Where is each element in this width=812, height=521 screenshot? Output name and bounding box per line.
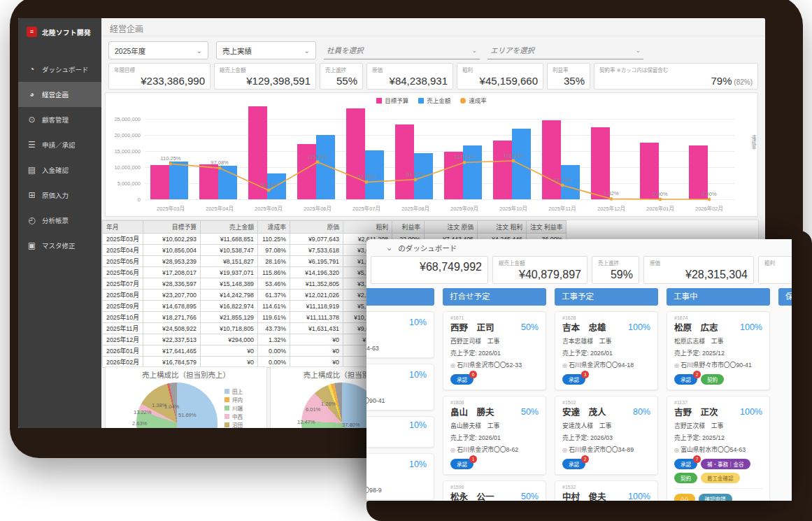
sidebar-item-分析帳票[interactable]: ◴分析帳票 [18, 208, 101, 233]
status-badge-承認[interactable]: 承認7 [674, 459, 697, 469]
status-badge-契約[interactable]: 契約 [674, 473, 697, 483]
pie-legend-item: 坪内 [225, 395, 243, 404]
table-cell: 2025年07月 [103, 278, 143, 290]
filter-select-0[interactable]: 2025年度⌄ [108, 41, 208, 59]
filter-select-2[interactable]: 社員を選択⌄ [324, 41, 480, 59]
pie-chart-sales-by-rep: 売上構成比（担当別売上）51.69%13.22%2.63%1.38%1.04%田… [105, 366, 267, 428]
pie-slice-label: 37.80% [342, 422, 359, 428]
overlay-kpi-card-0: ¥68,749,992 [371, 256, 488, 284]
card-id: #1808 [450, 400, 539, 405]
table-cell: ¥15,148,389 [201, 278, 258, 290]
svg-text:61.37%: 61.37% [406, 171, 425, 178]
table-cell: ¥16,822,974 [201, 301, 258, 312]
card-line: 岡市〇〇- [366, 433, 427, 442]
sidebar-item-label: 原価入力 [42, 190, 69, 200]
status-badge-△△[interactable]: △△ [674, 494, 695, 501]
badge-count: 2 [693, 371, 701, 378]
filter-select-1[interactable]: 売上実績⌄ [216, 41, 316, 59]
card-progress-percent: 100% [628, 492, 650, 501]
chevron-down-icon[interactable]: ⌄ [386, 243, 392, 252]
legend-swatch [225, 406, 229, 411]
status-badge-承認[interactable]: 承認2 [674, 374, 697, 385]
sidebar-item-入金確認[interactable]: ▤入金確認 [18, 157, 101, 183]
table-cell: ¥10,856,004 [143, 245, 201, 256]
pie-slice-label: 13.22% [134, 409, 151, 415]
analysis-icon: ◴ [27, 215, 36, 225]
kanban-card[interactable]: #1599松永 公一50%松永公一様 工事売上予定: 2025/12◎ 石川県金… [443, 480, 546, 501]
card-name: 畠山 勝夫 [450, 405, 494, 418]
card-line: 々市市〇〇90-41 [366, 396, 427, 405]
status-badge-承認[interactable]: 承認1 [450, 459, 473, 469]
sales-combo-chart: 目標予算売上金額達成率 00%5,000,00050%10,000,000100… [105, 92, 758, 217]
sidebar-item-マスタ修正[interactable]: ▣マスタ修正 [18, 233, 101, 258]
svg-text:28.16%: 28.16% [259, 182, 278, 188]
sidebar-item-顧客管理[interactable]: ⊙顧客管理 [18, 107, 101, 132]
table-cell: ¥1,631,431 [290, 323, 343, 334]
kanban-card[interactable]: #1808畠山 勝夫50%畠山勝夫様 工事売上予定: 2026/01◎ 石川県金… [443, 396, 546, 475]
sidebar-item-原価入力[interactable]: ⊞原価入力 [18, 183, 101, 208]
table-cell: 2025年06月 [103, 267, 143, 278]
table-cell: 2025年10月 [103, 312, 143, 323]
status-badge-承認[interactable]: 承認3 [562, 374, 585, 385]
table-header-cell: 注文 原価 [425, 221, 478, 234]
table-cell: ¥19,937,071 [201, 267, 258, 278]
kanban-card[interactable]: 次10%工事水市〇〇54-63 [366, 311, 434, 358]
badge-count: 2 [581, 455, 589, 463]
badge-count: 1 [469, 455, 477, 463]
overlay-kpi-card-1: 総売上金額¥40,879,897 [492, 256, 587, 284]
sidebar-item-ダッシュボード[interactable]: ◔ダッシュボード [18, 57, 101, 82]
kanban-card[interactable]: #1502安達 茂人80%安達茂人様 工事売上予定: 2026/03◎ 石川県金… [555, 396, 658, 475]
kanban-card[interactable]: #1628吉本 忠雄100%吉本忠雄様 工事売上予定: 2026/01◎ 石川県… [555, 311, 658, 390]
filter-select-3[interactable]: エリアを選択⌄ [487, 41, 643, 59]
status-badge-契約[interactable]: 契約 [701, 374, 724, 385]
card-name-row: 10% [366, 420, 427, 430]
table-cell: 115.86% [258, 267, 290, 278]
logo-text: 北陸ソフト開発 [42, 27, 91, 37]
kpi-value: ¥40,879,897 [499, 269, 581, 281]
customers-icon: ⊙ [27, 115, 36, 124]
kanban-card[interactable]: 10%岡市〇〇- [366, 416, 434, 448]
pie-legend-item: 川端 [225, 404, 243, 412]
table-cell: 2025年12月 [103, 334, 143, 345]
table-cell: ¥23,207,700 [143, 290, 201, 301]
right-axis-label: 達成率 [750, 135, 757, 150]
filter-value: エリアを選択 [490, 45, 534, 55]
card-name-row: 志10% [366, 368, 427, 381]
kanban-card[interactable]: 志10%工事々市市〇〇90-41 [366, 364, 434, 411]
table-header-cell: 達成率 [258, 221, 290, 234]
svg-text:53.46%: 53.46% [357, 173, 376, 180]
location-pin-icon: ◎ [450, 362, 457, 369]
card-schedule: 売上予定: 2026/01 [450, 433, 539, 442]
card-name: 安達 茂人 [562, 405, 606, 418]
status-badge-補・事務｜金谷[interactable]: 補・事務｜金谷 [701, 459, 750, 469]
status-badge-確認申請[interactable]: 確認申請 [699, 494, 732, 501]
sidebar-item-経営企画[interactable]: ◕経営企画 [18, 82, 101, 107]
kanban-card[interactable]: #1871西野 正司50%西野正司様 工事売上予定: 2026/01◎ 石川県金… [443, 311, 546, 390]
chevron-down-icon: ⌄ [197, 47, 202, 55]
sidebar-item-申請／承認[interactable]: ☰申請／承認 [18, 132, 101, 157]
sidebar-item-label: 経営企画 [42, 90, 69, 99]
location-pin-icon: ◎ [674, 362, 681, 369]
status-badge-承認[interactable]: 承認2 [562, 459, 585, 469]
y-axis-tick-label: 25,000,000 [106, 116, 141, 122]
sidebar-item-label: マスタ修正 [42, 241, 76, 250]
kanban-card[interactable]: #1874松原 広志100%松原広志様 工事売上予定: 2025/12◎ 石川県… [667, 311, 770, 390]
card-progress-percent: 50% [521, 322, 539, 332]
status-badge-着工金確認[interactable]: 着工金確認 [701, 473, 740, 483]
table-header-cell: 利益率 [392, 221, 425, 234]
table-cell: ¥14,196,320 [290, 267, 343, 278]
status-badge-承認[interactable]: 承認6 [450, 374, 473, 385]
kanban-card[interactable]: #1137吉野 正次100%吉野正次様 工事売上予定: 2025/12◎ 富山県… [667, 396, 770, 501]
table-cell: ¥9,077,643 [290, 234, 343, 245]
table-cell: ¥28,953,239 [143, 256, 201, 267]
kpi-label: 利益率 [553, 66, 585, 73]
kanban-card[interactable]: 一10%工事々市市〇〇98-9 [366, 453, 434, 500]
card-name-row: 松原 広志100% [674, 320, 762, 334]
kanban-card[interactable]: #1532中村 俊夫100%中村俊夫様 工事売上予定: 2025/12◎ 石川県… [555, 480, 658, 501]
kpi-label: 粗利 [462, 66, 538, 73]
table-header-cell: 粗利 [343, 221, 392, 234]
divider [101, 36, 765, 36]
card-line: 水市〇〇54-63 [366, 343, 427, 352]
overlay-kpi-card-3: 原価¥28,315,304 [643, 256, 754, 284]
card-progress-percent: 50% [521, 492, 539, 501]
